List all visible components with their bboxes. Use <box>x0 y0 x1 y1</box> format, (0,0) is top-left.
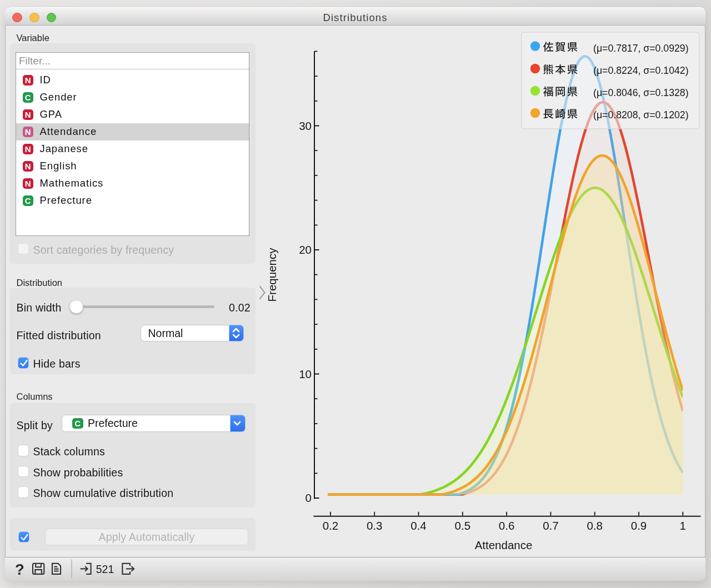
svg-text:?: ? <box>15 561 24 578</box>
svg-text:1: 1 <box>680 519 686 532</box>
svg-text:10: 10 <box>299 368 312 380</box>
svg-text:0.4: 0.4 <box>410 519 427 532</box>
svg-text:0.5: 0.5 <box>455 519 471 532</box>
svg-text:(μ=0.8224, σ=0.1042): (μ=0.8224, σ=0.1042) <box>593 65 689 76</box>
svg-text:0.8: 0.8 <box>587 519 603 532</box>
svg-text:(μ=0.8046, σ=0.1328): (μ=0.8046, σ=0.1328) <box>593 87 689 98</box>
svg-text:(μ=0.8208, σ=0.1202): (μ=0.8208, σ=0.1202) <box>593 109 689 120</box>
svg-text:(μ=0.7817, σ=0.0929): (μ=0.7817, σ=0.0929) <box>593 43 689 54</box>
svg-text:0.2: 0.2 <box>323 519 339 532</box>
svg-text:0.9: 0.9 <box>631 519 647 532</box>
svg-text:0: 0 <box>306 491 312 504</box>
svg-text:521: 521 <box>96 563 114 575</box>
svg-text:0.6: 0.6 <box>499 519 515 532</box>
svg-text:Frequency: Frequency <box>267 248 278 302</box>
svg-text:0.3: 0.3 <box>367 519 383 532</box>
svg-text:Attendance: Attendance <box>475 539 533 551</box>
svg-text:0.7: 0.7 <box>543 519 559 532</box>
svg-text:30: 30 <box>299 119 312 132</box>
svg-text:20: 20 <box>299 243 312 256</box>
